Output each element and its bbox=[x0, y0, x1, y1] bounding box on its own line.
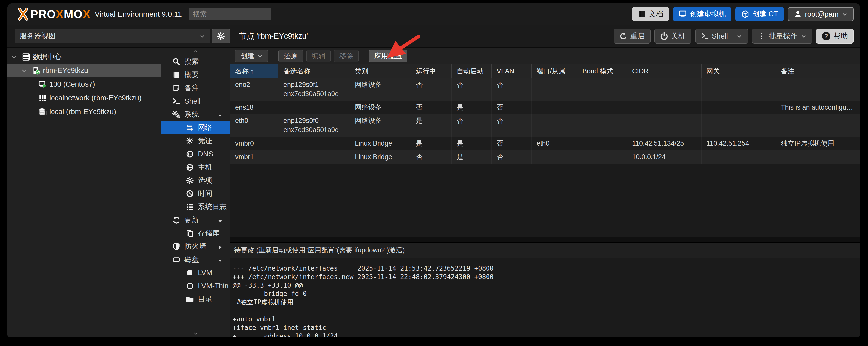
create-vm-button[interactable]: 创建虚拟机 bbox=[673, 7, 732, 21]
create-ct-button[interactable]: 创建 CT bbox=[735, 7, 784, 21]
create-button[interactable]: 创建 bbox=[235, 50, 268, 62]
square-outline-icon bbox=[186, 282, 194, 290]
column-header-Bond 模式[interactable]: Bond 模式 bbox=[577, 64, 627, 78]
shell-button[interactable]: Shell bbox=[695, 29, 748, 43]
column-header-自动启动[interactable]: 自动启动 bbox=[452, 64, 492, 78]
tree-item-storage-local[interactable]: local (rbm-EYc9tkzu) bbox=[7, 105, 161, 119]
column-header-网关[interactable]: 网关 bbox=[702, 64, 776, 78]
tree-item-storage-localnetwork[interactable]: localnetwork (rbm-EYc9tkzu) bbox=[7, 91, 161, 105]
sidebar-item-search[interactable]: 搜索 bbox=[161, 55, 230, 68]
gears-icon bbox=[173, 111, 180, 119]
table-cell bbox=[532, 78, 577, 101]
column-header-类别[interactable]: 类别 bbox=[350, 64, 411, 78]
table-cell: 否 bbox=[411, 101, 452, 114]
global-search-input[interactable] bbox=[189, 8, 271, 21]
column-header-名称[interactable]: 名称 ↑ bbox=[230, 64, 278, 78]
sidebar-item-directory[interactable]: 目录 bbox=[161, 292, 230, 306]
exchange-icon bbox=[186, 124, 194, 132]
column-header-CIDR[interactable]: CIDR bbox=[627, 64, 702, 78]
expander-icon[interactable] bbox=[11, 54, 20, 60]
table-cell: 是 bbox=[411, 114, 452, 137]
table-body: eno2enp129s0f1 enx7cd30a501a9e网络设备否否否ens… bbox=[230, 78, 860, 164]
sidebar-item-options[interactable]: 选项 bbox=[161, 174, 230, 187]
table-cell bbox=[627, 78, 702, 101]
expander-icon[interactable] bbox=[21, 67, 29, 74]
sidebar-item-lvm[interactable]: LVM bbox=[161, 266, 230, 279]
table-cell: vmbr1 bbox=[230, 150, 278, 164]
view-config-button[interactable] bbox=[212, 29, 230, 43]
sidebar-item-label: 更新 bbox=[184, 215, 199, 225]
remove-button[interactable]: 移除 bbox=[334, 50, 359, 62]
table-cell: This is an autoconfigu… bbox=[776, 101, 860, 114]
gear-icon bbox=[186, 177, 194, 184]
terminal-icon bbox=[173, 97, 180, 105]
column-header-VLAN …[interactable]: VLAN … bbox=[492, 64, 532, 78]
note-icon bbox=[173, 84, 180, 92]
sidebar-item-disks[interactable]: 磁盘 bbox=[161, 253, 230, 266]
sidebar-item-syslog[interactable]: 系统日志 bbox=[161, 200, 230, 213]
table-cell: 是 bbox=[452, 137, 492, 150]
view-selector[interactable]: 服务器视图 bbox=[15, 29, 210, 43]
apply-config-button[interactable]: 应用配置 bbox=[369, 50, 407, 62]
table-row-ens18[interactable]: ens18网络设备否是否This is an autoconfigu… bbox=[230, 101, 860, 114]
table-cell: 否 bbox=[411, 150, 452, 164]
table-cell bbox=[702, 101, 776, 114]
restart-icon bbox=[619, 32, 627, 40]
table-row-vmbr1[interactable]: vmbr1Linux Bridge否是否10.0.0.1/24 bbox=[230, 150, 860, 164]
edit-button[interactable]: 编辑 bbox=[306, 50, 331, 62]
button-label: root@pam bbox=[805, 10, 839, 19]
sidebar-item-lvm-thin[interactable]: LVM-Thin bbox=[161, 279, 230, 292]
brand-letter: X bbox=[56, 8, 64, 21]
user-menu-button[interactable]: root@pam bbox=[788, 7, 854, 21]
shutdown-button[interactable]: 关机 bbox=[654, 29, 691, 43]
menu-scroll-up[interactable] bbox=[161, 48, 230, 55]
tree-item-vm-100[interactable]: 100 (Centos7) bbox=[7, 77, 161, 91]
book-icon bbox=[638, 10, 646, 18]
table-row-vmbr0[interactable]: vmbr0Linux Bridge是是否eth0110.42.51.134/25… bbox=[230, 137, 860, 150]
brand-version: Virtual Environment 9.0.11 bbox=[95, 10, 182, 19]
table-cell: 110.42.51.254 bbox=[702, 137, 776, 150]
sidebar-item-certificates[interactable]: 凭证 bbox=[161, 134, 230, 147]
pending-diff: --- /etc/network/interfaces 2025-11-14 2… bbox=[230, 258, 860, 337]
terminal-icon bbox=[701, 32, 709, 40]
sidebar-item-summary[interactable]: 概要 bbox=[161, 68, 230, 82]
panel-splitter[interactable] bbox=[230, 237, 860, 243]
tree-item-datacenter[interactable]: 数据中心 bbox=[7, 50, 161, 64]
help-button[interactable]: ?帮助 bbox=[816, 29, 854, 43]
user-icon bbox=[794, 10, 802, 18]
sidebar-item-updates[interactable]: 更新 bbox=[161, 213, 230, 226]
button-label: Shell bbox=[712, 32, 728, 40]
menu-scroll-down[interactable] bbox=[161, 329, 230, 337]
table-cell bbox=[776, 114, 860, 137]
sidebar-item-system[interactable]: 系统 bbox=[161, 108, 230, 121]
tree-item-label: localnetwork (rbm-EYc9tkzu) bbox=[49, 94, 142, 102]
column-header-备注[interactable]: 备注 bbox=[776, 64, 860, 78]
table-cell: 否 bbox=[492, 78, 532, 101]
sidebar-item-shell[interactable]: Shell bbox=[161, 95, 230, 108]
table-cell: 否 bbox=[492, 137, 532, 150]
sidebar-item-label: Shell bbox=[184, 97, 200, 105]
split-divider bbox=[732, 32, 733, 40]
column-header-备选名称[interactable]: 备选名称 bbox=[278, 64, 350, 78]
sidebar-item-network[interactable]: 网络 bbox=[161, 121, 230, 134]
sidebar-item-notes[interactable]: 备注 bbox=[161, 82, 230, 95]
sidebar-item-hosts[interactable]: 主机 bbox=[161, 161, 230, 174]
square-filled-icon bbox=[186, 269, 194, 277]
copy-icon bbox=[186, 229, 194, 237]
sidebar-item-repositories[interactable]: 存储库 bbox=[161, 226, 230, 240]
tree-item-node-rbm-EYc9tkzu[interactable]: rbm-EYc9tkzu bbox=[7, 64, 161, 77]
docs-button[interactable]: 文档 bbox=[632, 7, 669, 21]
sidebar-item-firewall[interactable]: 防火墙 bbox=[161, 240, 230, 253]
clock-icon bbox=[186, 190, 194, 198]
sidebar-item-time[interactable]: 时间 bbox=[161, 187, 230, 200]
sidebar-item-label: LVM-Thin bbox=[198, 282, 229, 290]
column-header-运行中[interactable]: 运行中 bbox=[411, 64, 452, 78]
revert-button[interactable]: 还原 bbox=[278, 50, 303, 62]
table-row-eth0[interactable]: eth0enp129s0f0 enx7cd30a501a9c网络设备是否否 bbox=[230, 114, 860, 137]
restart-button[interactable]: 重启 bbox=[614, 29, 651, 43]
book-icon bbox=[173, 71, 180, 79]
sidebar-item-dns[interactable]: DNS bbox=[161, 147, 230, 161]
bulk-actions-button[interactable]: 批量操作 bbox=[752, 29, 812, 43]
column-header-端口/从属[interactable]: 端口/从属 bbox=[532, 64, 577, 78]
table-row-eno2[interactable]: eno2enp129s0f1 enx7cd30a501a9e网络设备否否否 bbox=[230, 78, 860, 101]
